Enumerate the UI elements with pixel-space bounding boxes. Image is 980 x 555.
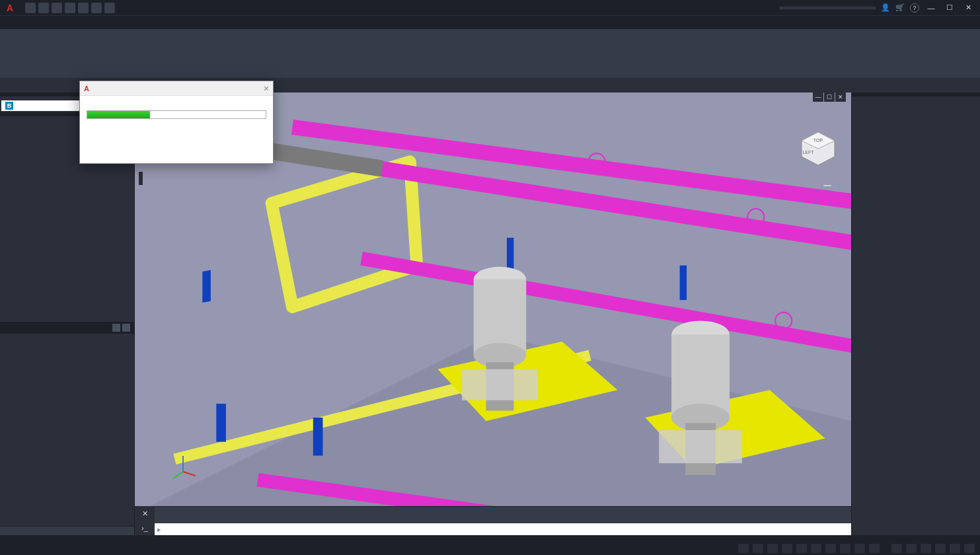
command-history <box>155 507 851 523</box>
svg-line-33 <box>173 472 183 478</box>
cmd-prompt-icon[interactable]: ›_ <box>135 521 155 535</box>
svg-text:TOP: TOP <box>813 138 823 143</box>
svg-rect-24 <box>659 430 742 463</box>
quick-access-toolbar <box>20 3 115 13</box>
sb-transparency-icon[interactable] <box>840 544 850 553</box>
svg-rect-8 <box>202 270 211 303</box>
qat-new-icon[interactable] <box>25 3 36 13</box>
svg-rect-9 <box>216 404 226 442</box>
vp-minimize-icon[interactable]: — <box>813 92 823 102</box>
cmdline-handle[interactable]: ✕ ›_ <box>135 506 155 535</box>
sb-cycling-icon[interactable] <box>854 544 865 553</box>
checkin-dialog: A × <box>79 81 274 164</box>
vtab-iso-dwg[interactable] <box>139 172 143 185</box>
qat-save-icon[interactable] <box>52 3 62 13</box>
sb-otrack-icon[interactable] <box>811 544 821 553</box>
sb-clean-icon[interactable] <box>935 544 946 553</box>
qat-plot-icon[interactable] <box>78 3 89 13</box>
sb-snap-icon[interactable] <box>753 544 763 553</box>
maximize-icon[interactable]: ☐ <box>943 3 956 13</box>
signin-user[interactable]: 👤 <box>881 3 890 12</box>
statusbar <box>0 542 980 555</box>
command-line: ▸ <box>155 506 851 535</box>
viewcube-icon[interactable]: TOP LEFT <box>798 129 838 168</box>
window-title <box>115 4 780 12</box>
svg-line-32 <box>183 472 196 476</box>
details-header <box>0 322 134 334</box>
minimize-icon[interactable]: — <box>924 3 938 13</box>
sb-polar-icon[interactable] <box>782 544 792 553</box>
titlebar: A 👤 🛒 ? — ☐ ✕ <box>0 0 980 16</box>
sb-iso-icon[interactable] <box>921 544 931 553</box>
qat-open-icon[interactable] <box>38 3 49 13</box>
vp-maximize-icon[interactable]: ☐ <box>824 92 835 102</box>
svg-rect-10 <box>313 418 323 456</box>
sb-lwt-icon[interactable] <box>825 544 836 553</box>
dialog-progressbar <box>87 110 266 119</box>
sb-grid-icon[interactable] <box>738 544 749 553</box>
cmd-chevron-icon: ▸ <box>157 525 161 534</box>
appstore-icon[interactable]: 🛒 <box>895 3 905 12</box>
svg-text:LEFT: LEFT <box>802 150 814 155</box>
svg-rect-19 <box>462 369 538 400</box>
command-input-row: ▸ <box>155 523 851 535</box>
details-view1-icon[interactable] <box>112 324 120 332</box>
sb-menu-icon[interactable] <box>964 544 975 553</box>
command-input[interactable] <box>164 525 848 534</box>
details-body <box>0 334 134 526</box>
app-logo-icon[interactable]: A <box>0 0 20 16</box>
wcs-label[interactable] <box>823 185 831 186</box>
tool-palettes-panel <box>851 92 980 535</box>
qat-saveas-icon[interactable] <box>65 3 75 13</box>
sb-ortho-icon[interactable] <box>767 544 778 553</box>
close-icon[interactable]: ✕ <box>961 3 975 13</box>
sb-osnap-icon[interactable] <box>796 544 807 553</box>
details-view2-icon[interactable] <box>122 324 130 332</box>
ucs-icon <box>168 452 198 482</box>
sb-custom-icon[interactable] <box>950 544 960 553</box>
sb-gear-icon[interactable] <box>891 544 902 553</box>
ribbon <box>0 29 980 79</box>
qat-undo-icon[interactable] <box>91 3 102 13</box>
help-search-input[interactable] <box>780 7 876 9</box>
cmd-close-icon[interactable]: ✕ <box>135 506 155 521</box>
dialog-titlebar[interactable]: A × <box>80 81 273 96</box>
pm-scrollbar[interactable] <box>0 526 134 535</box>
sb-annoscale-icon[interactable] <box>869 544 880 553</box>
vp-close-icon[interactable]: ✕ <box>835 92 846 102</box>
ribbon-tabstrip <box>0 16 980 29</box>
dialog-close-icon[interactable]: × <box>264 83 269 94</box>
sb-plus-icon[interactable] <box>906 544 917 553</box>
qat-redo-icon[interactable] <box>104 3 115 13</box>
help-icon[interactable]: ? <box>910 3 919 13</box>
tool-palettes-body[interactable] <box>852 96 980 535</box>
svg-rect-12 <box>680 266 687 300</box>
dialog-logo-icon: A <box>84 85 89 92</box>
